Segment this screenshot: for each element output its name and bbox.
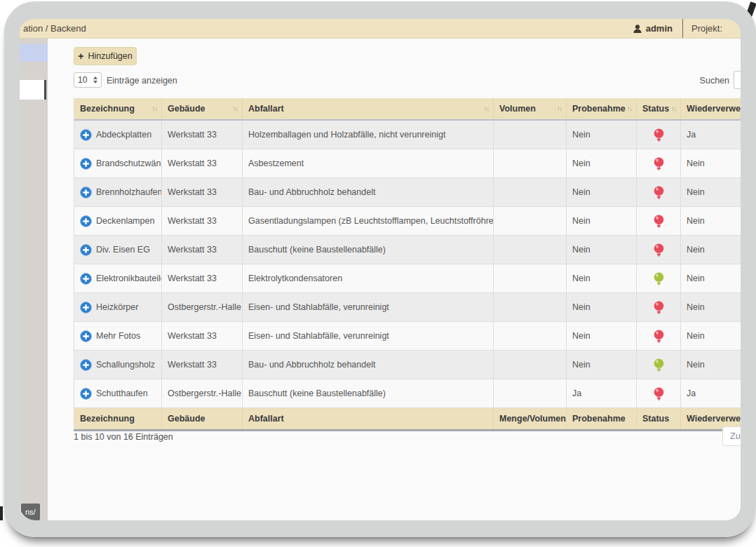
column-header-volumen[interactable]: Volumen	[494, 98, 567, 120]
footer-column-status: Status	[637, 408, 681, 431]
row-volume	[494, 178, 567, 207]
row-volume	[494, 236, 567, 264]
search-label: Suchen	[673, 76, 729, 86]
table-row: Brandschutzwände Werkstatt 33 Asbestzeme…	[74, 149, 741, 178]
row-sampling: Nein	[567, 178, 637, 207]
row-building: Werkstatt 33	[162, 236, 243, 264]
page-length-select[interactable]: 10	[74, 72, 102, 88]
table-row: Schallungsholz Werkstatt 33 Bau- und Abb…	[74, 351, 741, 379]
footer-column-abfallart: Abfallart	[243, 408, 494, 431]
column-header-bezeichnung[interactable]: Bezeichnung	[74, 98, 162, 120]
column-header-gebaeude[interactable]: Gebäude	[162, 98, 243, 120]
table-footer: Bezeichnung Gebäude Abfallart Menge/Volu…	[74, 408, 741, 431]
footer-column-gebaeude: Gebäude	[162, 408, 243, 431]
breadcrumb: ation / Backend	[23, 23, 86, 34]
row-building: Werkstatt 33	[162, 322, 243, 351]
sidebar	[20, 39, 48, 520]
column-header-probenahme[interactable]: Probenahme	[567, 98, 637, 120]
table-row: Schutthaufen Ostbergerstr.-Halle Bauschu…	[74, 379, 741, 408]
expand-row-button[interactable]	[80, 273, 92, 285]
row-reuse: Ja	[681, 379, 741, 408]
status-bulb-icon	[654, 128, 664, 142]
row-waste-type: Bau- und Abbruchholz behandelt	[243, 351, 494, 379]
project-menu[interactable]: Projekt:	[683, 23, 741, 34]
column-header-status[interactable]: Status	[637, 98, 681, 120]
row-waste-type: Bau- und Abbruchholz behandelt	[243, 178, 494, 207]
row-reuse: Nein	[681, 207, 741, 236]
sidebar-item-active[interactable]	[20, 80, 46, 100]
row-name: Div. Eisen EG	[96, 245, 150, 255]
row-volume	[494, 264, 567, 293]
status-bulb-icon	[654, 157, 664, 170]
table-row: Div. Eisen EG Werkstatt 33 Bauschutt (ke…	[74, 236, 741, 264]
row-waste-type: Gasentladungslampen (zB Leuchtstofflampe…	[243, 207, 494, 236]
expand-row-button[interactable]	[80, 302, 92, 313]
row-name: Schutthaufen	[96, 389, 148, 398]
row-sampling: Nein	[567, 293, 637, 322]
row-building: Werkstatt 33	[162, 178, 243, 207]
row-building: Werkstatt 33	[162, 120, 243, 149]
sort-icon	[152, 105, 157, 112]
table-row: Elektronikbauteile Werkstatt 33 Elektrol…	[74, 264, 741, 293]
column-header-wiederverwendung[interactable]: Wiederverwendung	[681, 98, 741, 120]
row-name: Schallungsholz	[96, 360, 155, 370]
plus-icon: +	[78, 51, 83, 61]
table-body: Abdeckplatten Werkstatt 33 Holzemballage…	[74, 120, 741, 408]
user-icon	[633, 24, 642, 34]
row-sampling: Nein	[567, 120, 637, 149]
row-reuse: Nein	[681, 149, 741, 178]
expand-row-button[interactable]	[80, 187, 92, 198]
row-building: Ostbergerstr.-Halle	[162, 379, 243, 408]
row-building: Werkstatt 33	[162, 351, 243, 379]
row-name: Elektronikbauteile	[96, 274, 162, 283]
row-building: Ostbergerstr.-Halle	[162, 293, 243, 322]
page-length-value: 10	[78, 75, 87, 85]
sort-icon	[627, 105, 632, 112]
search-input[interactable]	[734, 71, 741, 89]
footer-column-probenahme: Probenahme	[567, 408, 637, 431]
expand-row-button[interactable]	[80, 215, 92, 227]
desktop: { "window": { "statusbar_link_preview": …	[0, 0, 756, 547]
sort-icon	[671, 105, 676, 112]
row-volume	[494, 120, 567, 149]
expand-row-button[interactable]	[80, 129, 92, 141]
table-row: Brennholzhaufen Werkstatt 33 Bau- und Ab…	[74, 178, 741, 207]
table-row: Mehr Fotos Werkstatt 33 Eisen- und Stahl…	[74, 322, 741, 351]
table-info: 1 bis 10 von 16 Einträgen	[74, 432, 173, 442]
row-reuse: Nein	[681, 178, 741, 207]
top-navbar: ation / Backend admin Projekt:	[20, 19, 741, 39]
row-waste-type: Asbestzement	[243, 149, 494, 178]
row-volume	[494, 379, 567, 408]
waste-table: Bezeichnung Gebäude Abfallart Volumen Pr…	[74, 98, 741, 431]
column-header-abfallart[interactable]: Abfallart	[243, 98, 494, 120]
row-volume	[494, 351, 567, 379]
row-sampling: Ja	[567, 379, 637, 408]
status-bulb-icon	[654, 387, 664, 400]
row-waste-type: Bauschutt (keine Baustellenabfälle)	[243, 379, 494, 408]
expand-row-button[interactable]	[80, 158, 92, 170]
row-sampling: Nein	[567, 351, 637, 379]
expand-row-button[interactable]	[80, 244, 92, 256]
user-name: admin	[646, 23, 673, 34]
sort-icon	[557, 105, 562, 112]
row-name: Deckenlampen	[96, 216, 154, 226]
status-bulb-icon	[654, 243, 664, 257]
expand-row-button[interactable]	[80, 330, 92, 342]
sort-icon	[233, 105, 238, 112]
select-arrows-icon	[93, 76, 97, 83]
row-name: Mehr Fotos	[96, 331, 140, 341]
row-sampling: Nein	[567, 207, 637, 236]
screen-edge-artifact	[745, 1, 756, 20]
sidebar-item-highlighted[interactable]	[20, 44, 48, 62]
table-row: Heizkörper Ostbergerstr.-Halle Eisen- un…	[74, 293, 741, 322]
row-reuse: Nein	[681, 264, 741, 293]
user-menu[interactable]: admin	[633, 19, 682, 38]
row-building: Werkstatt 33	[162, 264, 243, 293]
row-building: Werkstatt 33	[162, 207, 243, 236]
row-reuse: Nein	[681, 322, 741, 351]
expand-row-button[interactable]	[80, 388, 92, 400]
previous-page-button[interactable]: Zurück	[722, 426, 741, 446]
row-reuse: Nein	[681, 351, 741, 379]
add-button[interactable]: + Hinzufügen	[74, 47, 137, 65]
expand-row-button[interactable]	[80, 359, 92, 371]
